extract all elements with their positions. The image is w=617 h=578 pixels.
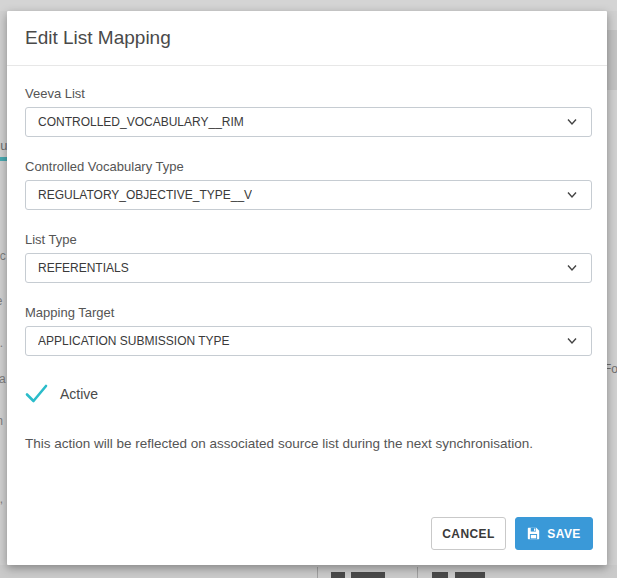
backdrop-top-strip — [0, 0, 617, 11]
chevron-down-icon — [567, 118, 577, 126]
clipped-bg-text: p — [0, 454, 7, 468]
clipped-bg-table-text — [331, 572, 345, 578]
sync-info-text: This action will be reflected on associa… — [25, 436, 592, 451]
clipped-bg-text: m — [0, 414, 7, 428]
clipped-bg-table-text — [351, 572, 385, 578]
controlled-vocabulary-type-select[interactable]: REGULATORY_OBJECTIVE_TYPE__V — [25, 180, 592, 210]
active-checkbox-label: Active — [60, 386, 98, 402]
bg-active-tab-underline — [0, 157, 7, 161]
list-type-label: List Type — [25, 232, 592, 247]
clipped-bg-text: p. — [0, 336, 7, 350]
list-type-select[interactable]: REFERENTIALS — [25, 253, 592, 283]
mapping-target-select[interactable]: APPLICATION SUBMISSION TYPE — [25, 326, 592, 356]
clipped-bg-text: sa — [0, 372, 7, 386]
clipped-bg-text: e, — [0, 492, 7, 506]
dialog-title: Edit List Mapping — [25, 27, 171, 49]
mapping-target-label: Mapping Target — [25, 305, 592, 320]
clipped-bg-text: je — [0, 294, 7, 308]
dialog-footer: CANCEL SAVE — [7, 517, 607, 565]
chevron-down-icon — [567, 264, 577, 272]
clipped-bg-table-text — [455, 572, 485, 578]
clipped-bg-text: Fo — [607, 362, 617, 376]
save-floppy-icon — [527, 527, 540, 540]
backdrop-bottom-table-edge — [0, 565, 617, 578]
field-veeva-list: Veeva List CONTROLLED_VOCABULARY__RIM — [25, 86, 592, 137]
field-list-type: List Type REFERENTIALS — [25, 232, 592, 283]
list-type-selected-value: REFERENTIALS — [38, 261, 129, 275]
veeva-list-select[interactable]: CONTROLLED_VOCABULARY__RIM — [25, 107, 592, 137]
bg-panel-edge — [607, 30, 617, 90]
mapping-target-selected-value: APPLICATION SUBMISSION TYPE — [38, 334, 230, 348]
veeva-list-label: Veeva List — [25, 86, 592, 101]
edit-list-mapping-dialog: Edit List Mapping Veeva List CONTROLLED_… — [7, 11, 607, 565]
bg-table-column-divider — [317, 567, 318, 578]
controlled-vocabulary-type-selected-value: REGULATORY_OBJECTIVE_TYPE__V — [38, 188, 252, 202]
active-checkbox[interactable]: Active — [25, 384, 592, 403]
chevron-down-icon — [567, 337, 577, 345]
field-mapping-target: Mapping Target APPLICATION SUBMISSION TY… — [25, 305, 592, 356]
dialog-body: Veeva List CONTROLLED_VOCABULARY__RIM Co… — [7, 66, 607, 517]
field-controlled-vocabulary-type: Controlled Vocabulary Type REGULATORY_OB… — [25, 159, 592, 210]
save-button[interactable]: SAVE — [515, 517, 593, 550]
controlled-vocabulary-type-label: Controlled Vocabulary Type — [25, 159, 592, 174]
clipped-bg-table-text — [432, 572, 448, 578]
veeva-list-selected-value: CONTROLLED_VOCABULARY__RIM — [38, 115, 244, 129]
chevron-down-icon — [567, 191, 577, 199]
bg-table-column-divider — [417, 567, 418, 578]
backdrop-left-edge: gu oc je p. sa m p e, — [0, 0, 7, 578]
backdrop-right-edge: Fo — [607, 0, 617, 578]
cancel-button[interactable]: CANCEL — [431, 517, 506, 550]
checkmark-icon — [25, 384, 48, 403]
dialog-header: Edit List Mapping — [7, 11, 607, 66]
save-button-label: SAVE — [547, 527, 580, 541]
clipped-bg-text: oc — [0, 249, 7, 263]
clipped-bg-text: gu — [0, 138, 7, 153]
